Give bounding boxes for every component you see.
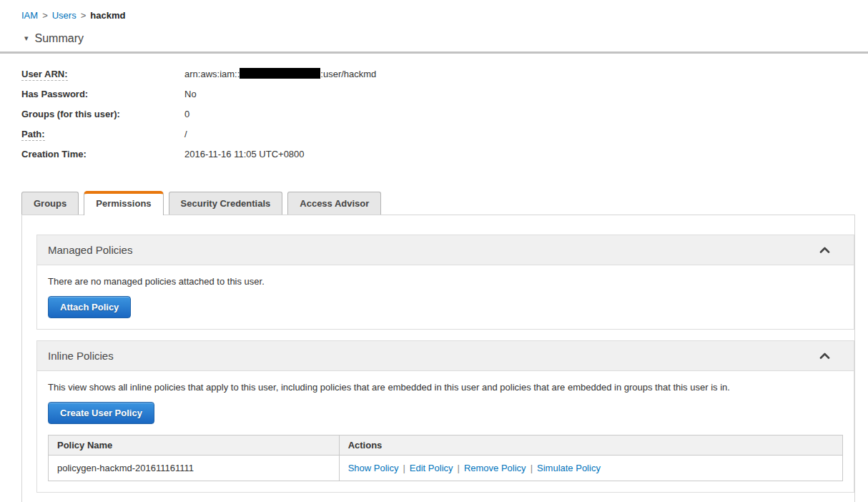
tab-bar: Groups Permissions Security Credentials … — [21, 191, 868, 215]
field-row-has-password: Has Password: No — [21, 84, 847, 104]
table-header-row: Policy Name Actions — [49, 435, 843, 456]
inline-policies-title: Inline Policies — [48, 350, 114, 362]
has-password-label: Has Password: — [21, 89, 184, 99]
redacted-account-id — [240, 68, 320, 79]
breadcrumb: IAM>Users>hackmd — [0, 0, 868, 21]
breadcrumb-separator: > — [81, 10, 87, 21]
collapse-triangle-icon: ▾ — [24, 34, 29, 42]
managed-policies-header[interactable]: Managed Policies — [37, 235, 854, 265]
summary-title: Summary — [35, 32, 84, 44]
path-label: Path: — [21, 129, 184, 139]
inline-policies-body: This view shows all inline policies that… — [37, 371, 854, 492]
has-password-value: No — [184, 89, 197, 99]
action-separator: | — [403, 463, 405, 473]
table-row: policygen-hackmd-201611161111 Show Polic… — [49, 456, 843, 481]
action-separator: | — [531, 463, 533, 473]
summary-fields: User ARN: arn:aws:iam:::user/hackmd Has … — [21, 64, 847, 164]
collapse-chevron-icon[interactable] — [819, 353, 830, 359]
breadcrumb-separator: > — [42, 10, 48, 21]
summary-section-toggle[interactable]: ▾Summary — [0, 32, 868, 54]
user-arn-label: User ARN: — [21, 69, 184, 79]
field-row-creation-time: Creation Time: 2016-11-16 11:05 UTC+0800 — [21, 144, 847, 164]
creation-time-value: 2016-11-16 11:05 UTC+0800 — [184, 149, 305, 159]
create-user-policy-button[interactable]: Create User Policy — [48, 402, 154, 424]
tab-security-credentials[interactable]: Security Credentials — [169, 192, 283, 215]
inline-policies-header[interactable]: Inline Policies — [37, 341, 854, 371]
user-arn-value: arn:aws:iam:::user/hackmd — [184, 68, 376, 79]
policy-name-column-header: Policy Name — [49, 435, 340, 456]
breadcrumb-current: hackmd — [90, 10, 125, 21]
breadcrumb-link-users[interactable]: Users — [52, 10, 77, 21]
field-row-groups: Groups (for this user): 0 — [21, 104, 847, 124]
field-row-path: Path: / — [21, 124, 847, 144]
managed-policies-empty-text: There are no managed policies attached t… — [48, 276, 843, 287]
attach-policy-button[interactable]: Attach Policy — [48, 296, 131, 318]
groups-label: Groups (for this user): — [21, 109, 184, 119]
simulate-policy-link[interactable]: Simulate Policy — [537, 463, 601, 473]
tab-groups[interactable]: Groups — [21, 192, 79, 215]
edit-policy-link[interactable]: Edit Policy — [410, 463, 453, 473]
groups-value: 0 — [184, 109, 189, 119]
tab-permissions[interactable]: Permissions — [84, 191, 163, 215]
creation-time-label: Creation Time: — [21, 149, 184, 159]
field-row-user-arn: User ARN: arn:aws:iam:::user/hackmd — [21, 64, 847, 84]
remove-policy-link[interactable]: Remove Policy — [464, 463, 526, 473]
actions-column-header: Actions — [339, 435, 842, 456]
action-separator: | — [458, 463, 460, 473]
inline-policies-section: Inline Policies This view shows all inli… — [36, 340, 854, 493]
managed-policies-body: There are no managed policies attached t… — [37, 265, 854, 329]
inline-policies-description: This view shows all inline policies that… — [48, 382, 843, 393]
permissions-tab-panel: Managed Policies There are no managed po… — [21, 215, 855, 502]
show-policy-link[interactable]: Show Policy — [348, 463, 399, 473]
path-value: / — [184, 129, 187, 139]
managed-policies-title: Managed Policies — [48, 244, 132, 256]
inline-policies-table: Policy Name Actions policygen-hackmd-201… — [48, 435, 843, 481]
managed-policies-section: Managed Policies There are no managed po… — [36, 235, 854, 330]
breadcrumb-link-iam[interactable]: IAM — [21, 10, 38, 21]
collapse-chevron-icon[interactable] — [819, 247, 830, 253]
tab-access-advisor[interactable]: Access Advisor — [287, 192, 381, 215]
policy-actions-cell: Show Policy|Edit Policy|Remove Policy|Si… — [339, 456, 842, 481]
policy-name-cell: policygen-hackmd-201611161111 — [49, 456, 340, 481]
